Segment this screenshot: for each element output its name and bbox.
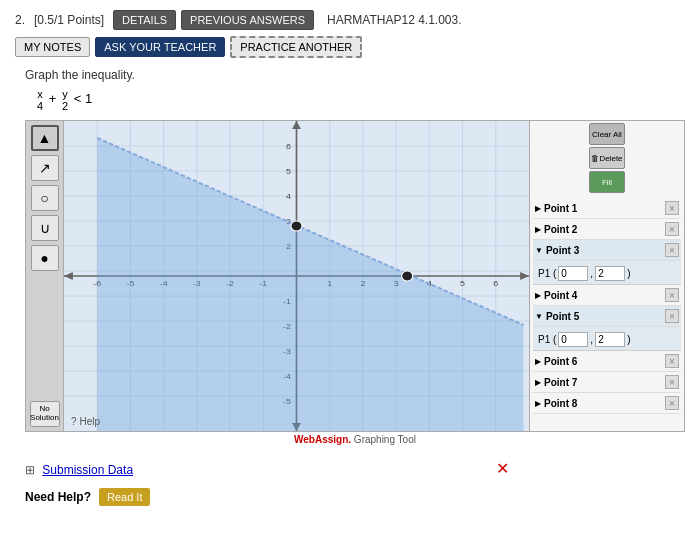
page: 2. [0.5/1 Points] DETAILS PREVIOUS ANSWE…	[0, 0, 700, 560]
line-tool[interactable]: ↗	[31, 155, 59, 181]
point-5-comma: ,	[590, 334, 593, 345]
point-8-close[interactable]: ×	[665, 396, 679, 410]
details-button[interactable]: DETAILS	[113, 10, 176, 30]
points-label: [0.5/1 Points]	[34, 13, 104, 27]
submission-row: ⊞ Submission Data ✕	[25, 455, 685, 478]
top-bar: 2. [0.5/1 Points] DETAILS PREVIOUS ANSWE…	[15, 10, 685, 30]
graph-area[interactable]: -1 -2 -3 -4 -5 -6 1 2 3 4 5 6 2	[64, 121, 529, 431]
fraction-y: y 2	[62, 88, 68, 112]
svg-point-56	[402, 271, 413, 281]
point-3-x-input[interactable]	[558, 266, 588, 281]
point-3-row[interactable]: ▼ Point 3 ×	[533, 240, 681, 261]
my-notes-button[interactable]: MY NOTES	[15, 37, 90, 57]
fraction-x: x 4	[37, 88, 43, 112]
svg-text:6: 6	[286, 141, 291, 150]
point-3-close-paren: )	[627, 268, 630, 279]
delete-icon: 🗑	[591, 154, 599, 163]
point-5-close-paren: )	[627, 334, 630, 345]
point-2-row[interactable]: ▶ Point 2 ×	[533, 219, 681, 240]
point-3-comma: ,	[590, 268, 593, 279]
point-2-label: Point 2	[544, 224, 665, 235]
point-5-arrow: ▼	[535, 312, 543, 321]
point-3-label: Point 3	[546, 245, 665, 256]
curve-tool[interactable]: ∪	[31, 215, 59, 241]
circle-tool[interactable]: ○	[31, 185, 59, 211]
point-8-arrow: ▶	[535, 399, 541, 408]
svg-text:4: 4	[286, 191, 291, 200]
svg-text:5: 5	[460, 278, 465, 287]
submission-icon: ⊞	[25, 463, 35, 477]
points-list: ▶ Point 1 × ▶ Point 2 × ▼ Point 3 ×	[530, 195, 684, 431]
point-6-close[interactable]: ×	[665, 354, 679, 368]
inequality-display: x 4 + y 2 < 1	[35, 88, 685, 112]
grid-svg: -1 -2 -3 -4 -5 -6 1 2 3 4 5 6 2	[64, 121, 529, 431]
point-5-x-input[interactable]	[558, 332, 588, 347]
point-tool[interactable]: ●	[31, 245, 59, 271]
need-help-row: Need Help? Read It	[25, 488, 685, 506]
help-label: Help	[80, 416, 101, 427]
point-6-row[interactable]: ▶ Point 6 ×	[533, 351, 681, 372]
select-tool[interactable]: ▲	[31, 125, 59, 151]
point-6-label: Point 6	[544, 356, 665, 367]
point-4-row[interactable]: ▶ Point 4 ×	[533, 285, 681, 306]
second-row: MY NOTES ASK YOUR TEACHER PRACTICE ANOTH…	[15, 36, 685, 58]
point-3-p1-label: P1 (	[538, 268, 556, 279]
svg-text:6: 6	[493, 278, 498, 287]
point-5-y-input[interactable]	[595, 332, 625, 347]
point-1-arrow: ▶	[535, 204, 541, 213]
graph-instruction: Graph the inequality.	[25, 68, 685, 82]
graph-section: Graph the inequality. x 4 + y 2 < 1	[25, 68, 685, 445]
point-1-close[interactable]: ×	[665, 201, 679, 215]
inequality-text: x 4 + y 2 < 1	[35, 91, 92, 106]
no-solution-button[interactable]: NoSolution	[30, 401, 60, 427]
practice-another-button[interactable]: PRACTICE ANOTHER	[230, 36, 362, 58]
ask-teacher-button[interactable]: ASK YOUR TEACHER	[95, 37, 225, 57]
point-7-arrow: ▶	[535, 378, 541, 387]
webassign-brand: WebAssign.	[294, 434, 351, 445]
point-8-label: Point 8	[544, 398, 665, 409]
point-1-label: Point 1	[544, 203, 665, 214]
point-5-close[interactable]: ×	[665, 309, 679, 323]
point-7-label: Point 7	[544, 377, 665, 388]
point-2-close[interactable]: ×	[665, 222, 679, 236]
webassign-footer: WebAssign. Graphing Tool	[25, 434, 685, 445]
point-4-close[interactable]: ×	[665, 288, 679, 302]
point-1-row[interactable]: ▶ Point 1 ×	[533, 198, 681, 219]
previous-answers-button[interactable]: PREVIOUS ANSWERS	[181, 10, 314, 30]
graph-container: ▲ ↗ ○ ∪ ● NoSolution	[25, 120, 685, 432]
point-3-arrow: ▼	[535, 246, 543, 255]
point-3-close[interactable]: ×	[665, 243, 679, 257]
point-5-p1-label: P1 (	[538, 334, 556, 345]
point-4-label: Point 4	[544, 290, 665, 301]
delete-label: Delete	[599, 154, 622, 163]
point-4-arrow: ▶	[535, 291, 541, 300]
help-button[interactable]: ? Help	[66, 414, 105, 429]
point-5-inputs: P1 ( , )	[538, 332, 676, 347]
svg-text:5: 5	[286, 166, 291, 175]
submission-close[interactable]: ✕	[496, 459, 509, 478]
svg-point-55	[291, 221, 302, 231]
panel-icon-area: Clear All 🗑 Delete Fill	[530, 121, 684, 195]
fill-button[interactable]: Fill	[589, 171, 625, 193]
point-8-row[interactable]: ▶ Point 8 ×	[533, 393, 681, 414]
point-7-close[interactable]: ×	[665, 375, 679, 389]
read-it-button[interactable]: Read It	[99, 488, 150, 506]
clear-all-button[interactable]: Clear All	[589, 123, 625, 145]
point-3-inputs: P1 ( , )	[538, 266, 676, 281]
delete-button[interactable]: 🗑 Delete	[589, 147, 625, 169]
toolbar: ▲ ↗ ○ ∪ ● NoSolution	[26, 121, 64, 431]
point-5-expanded: P1 ( , )	[533, 327, 681, 351]
side-panel: Clear All 🗑 Delete Fill ▶ Point 1	[529, 121, 684, 431]
point-6-arrow: ▶	[535, 357, 541, 366]
point-3-y-input[interactable]	[595, 266, 625, 281]
point-5-label: Point 5	[546, 311, 665, 322]
point-5-row[interactable]: ▼ Point 5 ×	[533, 306, 681, 327]
question-number: 2.	[15, 13, 25, 27]
help-icon: ?	[71, 416, 77, 427]
submission-data-link[interactable]: Submission Data	[42, 463, 133, 477]
clear-all-label: Clear All	[592, 130, 622, 139]
graphing-tool-label: Graphing Tool	[354, 434, 416, 445]
point-7-row[interactable]: ▶ Point 7 ×	[533, 372, 681, 393]
fill-label: Fill	[602, 178, 612, 187]
point-3-expanded: P1 ( , )	[533, 261, 681, 285]
